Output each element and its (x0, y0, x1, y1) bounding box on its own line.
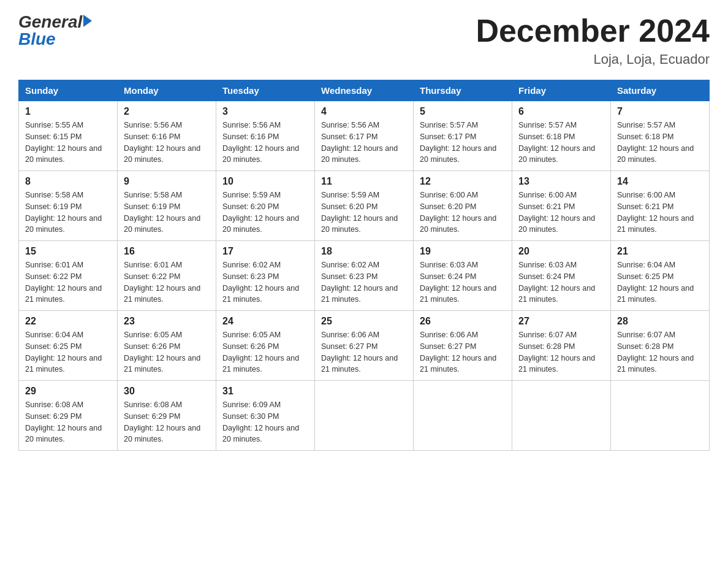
day-info: Sunrise: 6:00 AM Sunset: 6:20 PM Dayligh… (420, 190, 506, 236)
calendar-cell: 20 Sunrise: 6:03 AM Sunset: 6:24 PM Dayl… (512, 241, 611, 311)
day-info: Sunrise: 6:01 AM Sunset: 6:22 PM Dayligh… (25, 259, 111, 305)
day-info: Sunrise: 5:57 AM Sunset: 6:18 PM Dayligh… (617, 120, 703, 166)
calendar-cell: 12 Sunrise: 6:00 AM Sunset: 6:20 PM Dayl… (414, 171, 512, 241)
calendar-cell (414, 381, 512, 451)
calendar-cell: 28 Sunrise: 6:07 AM Sunset: 6:28 PM Dayl… (611, 311, 710, 381)
day-number: 9 (124, 176, 210, 187)
day-number: 28 (617, 316, 703, 327)
day-info: Sunrise: 6:08 AM Sunset: 6:29 PM Dayligh… (25, 399, 111, 445)
header-friday: Friday (512, 80, 611, 101)
day-info: Sunrise: 5:56 AM Sunset: 6:16 PM Dayligh… (124, 120, 210, 166)
day-number: 6 (518, 106, 604, 117)
calendar-cell: 23 Sunrise: 6:05 AM Sunset: 6:26 PM Dayl… (118, 311, 216, 381)
day-info: Sunrise: 6:05 AM Sunset: 6:26 PM Dayligh… (222, 329, 308, 375)
day-number: 2 (124, 106, 210, 117)
day-info: Sunrise: 6:08 AM Sunset: 6:29 PM Dayligh… (124, 399, 210, 445)
calendar-cell: 31 Sunrise: 6:09 AM Sunset: 6:30 PM Dayl… (216, 381, 315, 451)
day-info: Sunrise: 6:01 AM Sunset: 6:22 PM Dayligh… (124, 259, 210, 305)
day-number: 13 (518, 176, 604, 187)
day-info: Sunrise: 5:55 AM Sunset: 6:15 PM Dayligh… (25, 120, 111, 166)
day-info: Sunrise: 5:58 AM Sunset: 6:19 PM Dayligh… (25, 190, 111, 236)
calendar-cell: 27 Sunrise: 6:07 AM Sunset: 6:28 PM Dayl… (512, 311, 611, 381)
day-number: 3 (222, 106, 308, 117)
logo: General Blue (18, 12, 92, 49)
calendar-cell: 30 Sunrise: 6:08 AM Sunset: 6:29 PM Dayl… (118, 381, 216, 451)
day-number: 1 (25, 106, 111, 117)
day-number: 22 (25, 316, 111, 327)
day-number: 16 (124, 246, 210, 257)
day-number: 12 (420, 176, 506, 187)
day-number: 14 (617, 176, 703, 187)
day-number: 24 (222, 316, 308, 327)
calendar-cell: 19 Sunrise: 6:03 AM Sunset: 6:24 PM Dayl… (414, 241, 512, 311)
calendar-cell: 29 Sunrise: 6:08 AM Sunset: 6:29 PM Dayl… (19, 381, 118, 451)
calendar-cell: 2 Sunrise: 5:56 AM Sunset: 6:16 PM Dayli… (118, 101, 216, 171)
day-number: 27 (518, 316, 604, 327)
day-number: 15 (25, 246, 111, 257)
header-sunday: Sunday (19, 80, 118, 101)
logo-blue-text: Blue (18, 29, 56, 49)
calendar-week-2: 8 Sunrise: 5:58 AM Sunset: 6:19 PM Dayli… (19, 171, 710, 241)
day-info: Sunrise: 6:05 AM Sunset: 6:26 PM Dayligh… (124, 329, 210, 375)
calendar-cell: 1 Sunrise: 5:55 AM Sunset: 6:15 PM Dayli… (19, 101, 118, 171)
day-number: 30 (124, 386, 210, 397)
calendar-cell: 21 Sunrise: 6:04 AM Sunset: 6:25 PM Dayl… (611, 241, 710, 311)
day-info: Sunrise: 5:57 AM Sunset: 6:17 PM Dayligh… (420, 120, 506, 166)
header-monday: Monday (118, 80, 216, 101)
day-number: 8 (25, 176, 111, 187)
day-number: 26 (420, 316, 506, 327)
day-info: Sunrise: 6:04 AM Sunset: 6:25 PM Dayligh… (617, 259, 703, 305)
day-number: 5 (420, 106, 506, 117)
day-number: 11 (321, 176, 407, 187)
day-number: 21 (617, 246, 703, 257)
day-number: 17 (222, 246, 308, 257)
day-info: Sunrise: 5:58 AM Sunset: 6:19 PM Dayligh… (124, 190, 210, 236)
day-info: Sunrise: 6:06 AM Sunset: 6:27 PM Dayligh… (321, 329, 407, 375)
calendar-cell: 7 Sunrise: 5:57 AM Sunset: 6:18 PM Dayli… (611, 101, 710, 171)
day-info: Sunrise: 5:57 AM Sunset: 6:18 PM Dayligh… (518, 120, 604, 166)
day-number: 20 (518, 246, 604, 257)
calendar-week-4: 22 Sunrise: 6:04 AM Sunset: 6:25 PM Dayl… (19, 311, 710, 381)
calendar-cell: 4 Sunrise: 5:56 AM Sunset: 6:17 PM Dayli… (315, 101, 414, 171)
calendar-cell (315, 381, 414, 451)
calendar-cell: 22 Sunrise: 6:04 AM Sunset: 6:25 PM Dayl… (19, 311, 118, 381)
day-info: Sunrise: 6:03 AM Sunset: 6:24 PM Dayligh… (420, 259, 506, 305)
day-info: Sunrise: 5:59 AM Sunset: 6:20 PM Dayligh… (222, 190, 308, 236)
day-info: Sunrise: 5:56 AM Sunset: 6:17 PM Dayligh… (321, 120, 407, 166)
day-info: Sunrise: 6:07 AM Sunset: 6:28 PM Dayligh… (518, 329, 604, 375)
day-number: 25 (321, 316, 407, 327)
calendar-cell: 6 Sunrise: 5:57 AM Sunset: 6:18 PM Dayli… (512, 101, 611, 171)
calendar-cell: 24 Sunrise: 6:05 AM Sunset: 6:26 PM Dayl… (216, 311, 315, 381)
calendar-cell: 13 Sunrise: 6:00 AM Sunset: 6:21 PM Dayl… (512, 171, 611, 241)
calendar-week-3: 15 Sunrise: 6:01 AM Sunset: 6:22 PM Dayl… (19, 241, 710, 311)
calendar-cell: 17 Sunrise: 6:02 AM Sunset: 6:23 PM Dayl… (216, 241, 315, 311)
day-info: Sunrise: 6:00 AM Sunset: 6:21 PM Dayligh… (518, 190, 604, 236)
day-number: 31 (222, 386, 308, 397)
day-number: 18 (321, 246, 407, 257)
calendar-cell: 14 Sunrise: 6:00 AM Sunset: 6:21 PM Dayl… (611, 171, 710, 241)
logo-arrow-icon (83, 15, 92, 27)
day-number: 29 (25, 386, 111, 397)
day-number: 19 (420, 246, 506, 257)
calendar-cell: 8 Sunrise: 5:58 AM Sunset: 6:19 PM Dayli… (19, 171, 118, 241)
calendar-cell (611, 381, 710, 451)
header-thursday: Thursday (414, 80, 512, 101)
day-info: Sunrise: 6:06 AM Sunset: 6:27 PM Dayligh… (420, 329, 506, 375)
day-number: 10 (222, 176, 308, 187)
calendar-cell: 9 Sunrise: 5:58 AM Sunset: 6:19 PM Dayli… (118, 171, 216, 241)
day-info: Sunrise: 5:59 AM Sunset: 6:20 PM Dayligh… (321, 190, 407, 236)
calendar-cell: 25 Sunrise: 6:06 AM Sunset: 6:27 PM Dayl… (315, 311, 414, 381)
day-info: Sunrise: 6:03 AM Sunset: 6:24 PM Dayligh… (518, 259, 604, 305)
page-header: General Blue December 2024 Loja, Loja, E… (18, 12, 710, 67)
calendar-cell: 26 Sunrise: 6:06 AM Sunset: 6:27 PM Dayl… (414, 311, 512, 381)
header-tuesday: Tuesday (216, 80, 315, 101)
calendar-cell: 18 Sunrise: 6:02 AM Sunset: 6:23 PM Dayl… (315, 241, 414, 311)
day-info: Sunrise: 6:00 AM Sunset: 6:21 PM Dayligh… (617, 190, 703, 236)
day-info: Sunrise: 5:56 AM Sunset: 6:16 PM Dayligh… (222, 120, 308, 166)
calendar-table: SundayMondayTuesdayWednesdayThursdayFrid… (18, 80, 710, 451)
day-number: 23 (124, 316, 210, 327)
day-info: Sunrise: 6:04 AM Sunset: 6:25 PM Dayligh… (25, 329, 111, 375)
title-block: December 2024 Loja, Loja, Ecuador (476, 12, 710, 67)
calendar-cell: 16 Sunrise: 6:01 AM Sunset: 6:22 PM Dayl… (118, 241, 216, 311)
month-title: December 2024 (476, 12, 710, 49)
